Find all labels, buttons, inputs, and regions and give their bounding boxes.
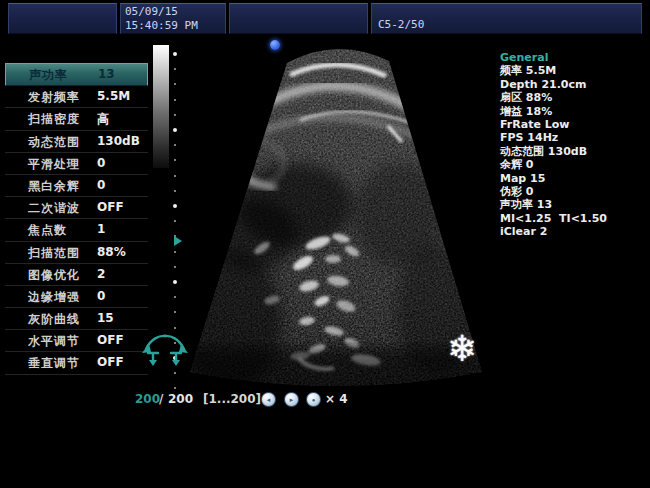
ruler-tick <box>174 114 176 116</box>
info-line-5: FPS 14Hz <box>500 131 648 144</box>
cine-bar: 200 / 200 [1...200] ◄ ► ● × 4 <box>0 390 650 410</box>
cine-play-button[interactable]: ► <box>284 392 299 407</box>
info-line-10: 声功率 13 <box>500 198 648 211</box>
cine-speed-label: × 4 <box>325 392 348 406</box>
info-line-3: 增益 18% <box>500 105 648 118</box>
cine-total-frames: 200 <box>168 392 193 406</box>
info-line-12: iClear 2 <box>500 225 648 238</box>
ruler-tick <box>174 327 176 329</box>
info-panel-title: General <box>500 51 648 64</box>
ruler-tick <box>173 280 177 284</box>
info-line-2: 扇区 88% <box>500 91 648 104</box>
ruler-tick <box>173 52 177 56</box>
ruler-tick <box>174 190 176 192</box>
cine-current-frame: 200 <box>135 392 160 406</box>
info-line-6: 动态范围 130dB <box>500 145 648 158</box>
info-line-11: MI<1.25 TI<1.50 <box>500 212 648 225</box>
ultrasound-screen: 05/09/15 15:40:59 PM C5-2/50 声功率13发射频率5.… <box>0 0 650 488</box>
info-line-0: 频率 5.5M <box>500 64 648 77</box>
ruler-tick <box>174 251 176 253</box>
ruler-tick <box>173 128 177 132</box>
info-panel-lines: 频率 5.5MDepth 21.0cm扇区 88%增益 18%FrRate Lo… <box>500 64 648 238</box>
cine-frame-separator: / <box>159 392 163 406</box>
cine-stop-button[interactable]: ● <box>306 392 321 407</box>
info-panel: General 频率 5.5MDepth 21.0cm扇区 88%增益 18%F… <box>500 51 648 239</box>
freeze-snowflake-icon: ❄ <box>447 328 477 369</box>
ruler-tick <box>173 356 177 360</box>
cine-prev-button[interactable]: ◄ <box>261 392 276 407</box>
info-line-8: Map 15 <box>500 172 648 185</box>
info-line-1: Depth 21.0cm <box>500 78 648 91</box>
info-line-9: 伪彩 0 <box>500 185 648 198</box>
ruler-tick <box>174 99 176 101</box>
ruler-tick <box>173 204 177 208</box>
info-line-7: 余辉 0 <box>500 158 648 171</box>
ruler-tick <box>174 175 176 177</box>
info-line-4: FrRate Low <box>500 118 648 131</box>
ruler-tick <box>174 266 176 268</box>
cine-frame-range: [1...200] <box>203 392 261 406</box>
focus-marker-icon <box>174 236 182 246</box>
ruler-tick <box>174 342 176 344</box>
probe-orientation-dot-icon <box>270 40 280 50</box>
